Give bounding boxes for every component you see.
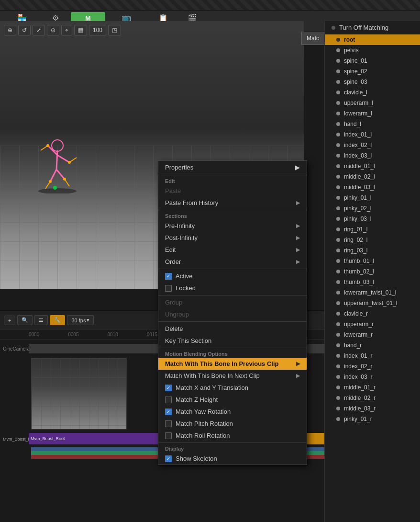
- bone-item-index_01_r[interactable]: index_01_r: [325, 351, 420, 361]
- top-stripe-bar: [0, 0, 420, 11]
- bone-item-middle_02_r[interactable]: middle_02_r: [325, 393, 420, 403]
- bone-item-pinky_02_l[interactable]: pinky_02_l: [325, 203, 420, 214]
- bone-item-upperarm_twist_01_l[interactable]: upperarm_twist_01_l: [325, 298, 420, 308]
- ctx-paste-history-item[interactable]: Paste From History ▶: [158, 197, 307, 209]
- bone-item-index_02_l[interactable]: index_02_l: [325, 140, 420, 150]
- bone-item-clavicle_l[interactable]: clavicle_l: [325, 87, 420, 98]
- ctx-match-roll-label: Match Roll Rotation: [176, 432, 230, 439]
- ctx-order-item[interactable]: Order ▶: [158, 256, 307, 268]
- ctx-match-pitch-item[interactable]: Match Pitch Rotation: [158, 418, 307, 430]
- bone-label: ring_03_l: [344, 247, 367, 254]
- ctx-pre-infinity[interactable]: Pre-Infinity ▶: [158, 220, 307, 232]
- bone-item-thumb_02_l[interactable]: thumb_02_l: [325, 266, 420, 277]
- ctx-divider-2: [158, 210, 307, 210]
- match-btn[interactable]: Matc: [301, 32, 324, 45]
- rotate-tool-btn[interactable]: ↺: [18, 25, 31, 35]
- bone-item-middle_03_r[interactable]: middle_03_r: [325, 403, 420, 414]
- bone-item-pelvis[interactable]: pelvis: [325, 45, 420, 56]
- ctx-properties-label: Properties: [165, 164, 193, 171]
- scale-tool-btn[interactable]: ⤢: [33, 25, 45, 35]
- bone-item-pinky_03_l[interactable]: pinky_03_l: [325, 214, 420, 224]
- bone-item-spine_03[interactable]: spine_03: [325, 77, 420, 87]
- bone-label: middle_02_r: [344, 395, 376, 401]
- bone-item-lowerarm_twist_01_l[interactable]: lowerarm_twist_01_l: [325, 287, 420, 298]
- ctx-match-next-item[interactable]: Match With This Bone In Next Clip ▶: [158, 370, 307, 382]
- timeline-fps-btn[interactable]: 30 fps ▾: [67, 315, 94, 325]
- bone-label: upperarm_l: [344, 100, 373, 106]
- world-btn[interactable]: ⊙: [47, 25, 59, 35]
- add-track-btn[interactable]: +: [4, 316, 15, 325]
- bone-dot: [336, 417, 340, 421]
- ctx-match-yaw-item[interactable]: Match Yaw Rotation: [158, 406, 307, 418]
- bone-panel[interactable]: Turn Off Matching rootpelvisspine_01spin…: [324, 21, 420, 522]
- active-checkbox[interactable]: [165, 273, 172, 280]
- bone-item-pinky_01_r[interactable]: pinky_01_r: [325, 414, 420, 424]
- bone-item-index_03_l[interactable]: index_03_l: [325, 150, 420, 161]
- ctx-match-next-label: Match With This Bone In Next Clip: [165, 372, 260, 379]
- bone-item-middle_01_l[interactable]: middle_01_l: [325, 161, 420, 171]
- translate-tool-btn[interactable]: ⊕: [4, 25, 16, 35]
- bone-item-ring_01_l[interactable]: ring_01_l: [325, 224, 420, 235]
- bone-item-thumb_03_l[interactable]: thumb_03_l: [325, 277, 420, 287]
- filter-btn[interactable]: ☰: [34, 315, 48, 325]
- ctx-match-prev-item[interactable]: Match With This Bone In Previous Clip ▶: [158, 358, 307, 370]
- bone-item-spine_01[interactable]: spine_01: [325, 56, 420, 66]
- ctx-show-skeleton-item[interactable]: Show Skeleton: [158, 453, 307, 465]
- ctx-edit-item[interactable]: Edit ▶: [158, 244, 307, 256]
- bone-item-index_01_l[interactable]: index_01_l: [325, 129, 420, 140]
- match-roll-checkbox[interactable]: [165, 432, 172, 439]
- ctx-delete-item[interactable]: Delete: [158, 323, 307, 335]
- ctx-order-label: Order: [165, 258, 181, 265]
- bone-item-ring_03_l[interactable]: ring_03_l: [325, 245, 420, 256]
- search-btn[interactable]: 🔍: [17, 315, 33, 325]
- bone-item-upperarm_r[interactable]: upperarm_r: [325, 319, 420, 329]
- bone-item-middle_01_r[interactable]: middle_01_r: [325, 382, 420, 393]
- snap-tool-btn[interactable]: 🔧: [50, 315, 65, 325]
- bone-label: thumb_01_l: [344, 258, 374, 264]
- grid-btn[interactable]: ▦: [74, 25, 87, 35]
- ctx-match-yaw-label: Match Yaw Rotation: [176, 408, 231, 415]
- ctx-match-z-item[interactable]: Match Z Height: [158, 394, 307, 406]
- bone-label: upperarm_r: [344, 321, 374, 328]
- camera-btn[interactable]: ◳: [108, 25, 121, 35]
- bone-item-hand_l[interactable]: hand_l: [325, 119, 420, 129]
- bone-item-lowerarm_r[interactable]: lowerarm_r: [325, 329, 420, 340]
- match-xy-checkbox[interactable]: [165, 385, 172, 391]
- snap-btn[interactable]: ⌖: [61, 25, 72, 35]
- bone-item-spine_02[interactable]: spine_02: [325, 66, 420, 77]
- bone-label: middle_02_l: [344, 173, 375, 180]
- locked-checkbox[interactable]: [165, 285, 172, 292]
- bone-item-ring_02_l[interactable]: ring_02_l: [325, 235, 420, 245]
- bone-item-pinky_01_l[interactable]: pinky_01_l: [325, 193, 420, 203]
- ctx-locked-item[interactable]: Locked: [158, 282, 307, 294]
- ctx-key-section-item[interactable]: Key This Section: [158, 335, 307, 347]
- bone-label: pelvis: [344, 47, 359, 54]
- ctx-match-roll-item[interactable]: Match Roll Rotation: [158, 430, 307, 442]
- bone-item-upperarm_l[interactable]: upperarm_l: [325, 98, 420, 108]
- turn-off-matching-row[interactable]: Turn Off Matching: [325, 21, 420, 34]
- ctx-sections-label: Sections: [158, 211, 307, 220]
- match-yaw-checkbox[interactable]: [165, 409, 172, 415]
- svg-point-11: [46, 144, 49, 147]
- bone-item-index_02_r[interactable]: index_02_r: [325, 361, 420, 372]
- show-skeleton-checkbox[interactable]: [165, 455, 172, 462]
- ctx-divider-1: [158, 175, 307, 175]
- match-pitch-checkbox[interactable]: [165, 420, 172, 427]
- bone-item-middle_03_l[interactable]: middle_03_l: [325, 182, 420, 193]
- ctx-properties-item[interactable]: Properties ▶: [158, 161, 307, 174]
- bone-item-clavicle_r[interactable]: clavicle_r: [325, 308, 420, 319]
- bone-item-hand_r[interactable]: hand_r: [325, 340, 420, 351]
- bone-item-middle_02_l[interactable]: middle_02_l: [325, 171, 420, 182]
- bone-label: thumb_03_l: [344, 279, 374, 285]
- ctx-match-xy-label: Match X and Y Translation: [176, 384, 248, 391]
- bone-item-lowerarm_l[interactable]: lowerarm_l: [325, 108, 420, 119]
- bone-item-index_03_r[interactable]: index_03_r: [325, 372, 420, 382]
- match-z-checkbox[interactable]: [165, 397, 172, 403]
- ctx-match-xy-item[interactable]: Match X and Y Translation: [158, 382, 307, 394]
- bone-item-thumb_01_l[interactable]: thumb_01_l: [325, 256, 420, 266]
- ctx-active-item[interactable]: Active: [158, 270, 307, 282]
- bone-item-root[interactable]: root: [325, 34, 420, 45]
- bone-dot: [336, 301, 340, 305]
- ctx-divider-4: [158, 295, 307, 295]
- ctx-post-infinity[interactable]: Post-Infinity ▶: [158, 232, 307, 244]
